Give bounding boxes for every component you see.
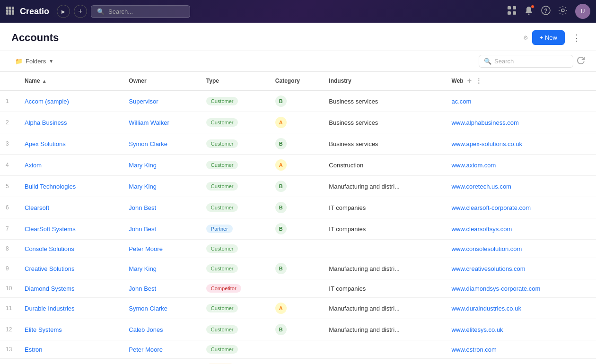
web-link[interactable]: www.elitesys.co.uk xyxy=(452,326,503,333)
row-number: 7 xyxy=(0,218,19,240)
row-number: 6 xyxy=(0,197,19,218)
account-name-link[interactable]: Durable Industries xyxy=(25,305,75,312)
account-name-link[interactable]: Apex Solutions xyxy=(25,140,66,147)
type-cell: Customer xyxy=(201,90,270,112)
column-more-button[interactable]: ⋮ xyxy=(475,77,482,85)
web-link[interactable]: ac.com xyxy=(452,98,472,105)
owner-link[interactable]: Symon Clarke xyxy=(129,305,167,312)
col-web[interactable]: Web + ⋮ xyxy=(446,72,596,90)
category-badge: B xyxy=(275,223,287,234)
web-link[interactable]: www.consolesolution.com xyxy=(452,245,522,252)
search-input[interactable] xyxy=(108,8,184,15)
row-number: 5 xyxy=(0,176,19,197)
owner-link[interactable]: Peter Moore xyxy=(129,245,163,252)
global-search[interactable]: 🔍 xyxy=(91,5,190,18)
account-name-link[interactable]: Creative Solutions xyxy=(25,265,75,272)
table-row: 12 Elite Systems Caleb Jones Customer B … xyxy=(0,319,596,340)
account-name-link[interactable]: Clearsoft xyxy=(25,204,49,211)
web-link[interactable]: www.clearsoft-corporate.com xyxy=(452,204,531,211)
web-link[interactable]: www.estron.com xyxy=(452,346,497,353)
account-name-link[interactable]: Axiom xyxy=(25,162,42,169)
web-cell: ac.com xyxy=(446,90,596,112)
owner-link[interactable]: Caleb Jones xyxy=(129,326,163,333)
account-name-link[interactable]: Elite Systems xyxy=(25,326,62,333)
type-badge: Customer xyxy=(206,325,238,334)
table-search-box[interactable]: 🔍 xyxy=(479,55,573,68)
table-row: 3 Apex Solutions Symon Clarke Customer B… xyxy=(0,133,596,155)
more-options-button[interactable]: ⋮ xyxy=(569,31,585,45)
col-owner[interactable]: Owner xyxy=(123,72,200,90)
play-button[interactable]: ▶ xyxy=(57,5,70,18)
user-avatar[interactable]: U xyxy=(575,4,590,19)
web-link[interactable]: www.duraindustries.co.uk xyxy=(452,305,521,312)
owner-link[interactable]: Mary King xyxy=(129,162,157,169)
account-name-link[interactable]: Alpha Business xyxy=(25,119,67,126)
main-content: Accounts ⚙ + New ⋮ 📁 Folders ▼ 🔍 xyxy=(0,23,596,364)
table-row: 1 Accom (sample) Supervisor Customer B B… xyxy=(0,90,596,112)
web-link[interactable]: www.diamondsys-corporate.com xyxy=(452,285,541,292)
table-search-input[interactable] xyxy=(494,58,568,65)
refresh-button[interactable] xyxy=(577,57,585,66)
app-logo[interactable]: Creatio xyxy=(20,7,49,17)
table-row: 2 Alpha Business William Walker Customer… xyxy=(0,112,596,133)
notification-icon[interactable] xyxy=(524,6,534,17)
owner-link[interactable]: John Best xyxy=(129,204,156,211)
web-link[interactable]: www.alphabusiness.com xyxy=(452,119,519,126)
web-link[interactable]: www.axiom.com xyxy=(452,162,496,169)
table-row: 14 Excellence Marketing William Walker S… xyxy=(0,359,596,364)
row-number: 2 xyxy=(0,112,19,133)
table-row: 9 Creative Solutions Mary King Customer … xyxy=(0,258,596,279)
svg-rect-11 xyxy=(508,11,511,15)
owner-link[interactable]: William Walker xyxy=(129,119,169,126)
settings-icon[interactable] xyxy=(558,6,568,17)
svg-rect-5 xyxy=(12,9,14,12)
web-link[interactable]: www.coretech.us.com xyxy=(452,183,511,190)
web-cell: www.elitesys.co.uk xyxy=(446,319,596,340)
grid-icon[interactable] xyxy=(6,6,14,17)
page-header: Accounts ⚙ + New ⋮ xyxy=(0,23,596,51)
account-name-cell: Excellence Marketing xyxy=(19,359,123,364)
account-name-link[interactable]: Build Technologies xyxy=(25,183,76,190)
account-name-link[interactable]: ClearSoft Systems xyxy=(25,225,76,233)
owner-link[interactable]: John Best xyxy=(129,225,156,233)
folders-button[interactable]: 📁 Folders ▼ xyxy=(11,56,57,67)
owner-link[interactable]: Mary King xyxy=(129,183,157,190)
owner-link[interactable]: Symon Clarke xyxy=(129,140,167,147)
toolbar: 📁 Folders ▼ 🔍 xyxy=(0,51,596,72)
category-badge: B xyxy=(275,202,287,213)
owner-link[interactable]: John Best xyxy=(129,285,156,292)
web-cell: www.clearsoft-corporate.com xyxy=(446,197,596,218)
account-name-link[interactable]: Estron xyxy=(25,346,43,353)
web-link[interactable]: www.clearsoftsys.com xyxy=(452,225,512,233)
svg-rect-10 xyxy=(513,6,516,9)
web-cell: www.axiom.com xyxy=(446,155,596,176)
owner-link[interactable]: Peter Moore xyxy=(129,346,163,353)
account-name-cell: Build Technologies xyxy=(19,176,123,197)
account-name-link[interactable]: Diamond Systems xyxy=(25,285,74,292)
help-icon[interactable]: ? xyxy=(541,6,551,17)
svg-rect-7 xyxy=(9,12,11,15)
owner-link[interactable]: Supervisor xyxy=(129,98,158,105)
owner-link[interactable]: Mary King xyxy=(129,265,157,272)
col-industry[interactable]: Industry xyxy=(323,72,446,90)
new-button[interactable]: + New xyxy=(532,30,565,45)
apps-icon[interactable] xyxy=(507,6,517,17)
category-cell: B xyxy=(270,197,324,218)
web-cell: www.clearsoftsys.com xyxy=(446,218,596,240)
chevron-down-icon: ▼ xyxy=(49,59,53,64)
col-name[interactable]: Name ▲ xyxy=(19,72,123,90)
col-category[interactable]: Category xyxy=(270,72,324,90)
industry-cell: Construction xyxy=(323,155,446,176)
corner-settings-icon[interactable]: ⚙ xyxy=(523,35,528,41)
account-name-link[interactable]: Console Solutions xyxy=(25,245,74,252)
col-type[interactable]: Type xyxy=(201,72,270,90)
account-name-cell: Console Solutions xyxy=(19,240,123,258)
web-link[interactable]: www.apex-solutions.co.uk xyxy=(452,140,523,147)
web-link[interactable]: www.creativesolutions.com xyxy=(452,265,526,272)
account-name-link[interactable]: Accom (sample) xyxy=(25,98,69,105)
add-column-button[interactable]: + xyxy=(467,77,472,85)
table-row: 11 Durable Industries Symon Clarke Custo… xyxy=(0,298,596,319)
web-cell: www.creativesolutions.com xyxy=(446,258,596,279)
add-button[interactable]: + xyxy=(74,5,87,18)
industry-cell: Business services xyxy=(323,112,446,133)
